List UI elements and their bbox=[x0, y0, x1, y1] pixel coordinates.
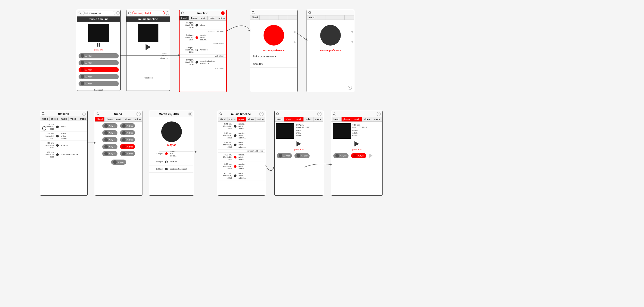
search-bar-9: music timeline ✕ bbox=[218, 111, 265, 117]
play-btn-11[interactable] bbox=[354, 141, 359, 146]
fp-7-10[interactable]: A. tylor bbox=[111, 160, 126, 165]
tab-article-11[interactable]: article bbox=[372, 117, 382, 121]
tab-music-9[interactable]: music bbox=[237, 117, 247, 121]
tab-music-10[interactable]: music bbox=[294, 117, 304, 121]
tab-bar-11: friend photos music video article bbox=[331, 117, 382, 122]
tab-article-3[interactable]: article bbox=[217, 16, 226, 20]
tab-video-10[interactable]: video bbox=[304, 117, 313, 121]
screen-music-timeline-pause: music timeline pass it to pass it to A. … bbox=[77, 10, 121, 91]
tab-article-7[interactable]: article bbox=[133, 117, 142, 121]
tab-photos-3[interactable]: photos bbox=[189, 16, 198, 20]
tab-music-6[interactable]: music bbox=[59, 117, 69, 121]
search-bar-8: March 26, 2016 ✕ bbox=[149, 111, 194, 117]
tl-between-3-3: cycle 25 min bbox=[180, 67, 226, 70]
tab-video-9[interactable]: video bbox=[246, 117, 256, 121]
tab-5c[interactable] bbox=[326, 15, 335, 20]
tab-video-7[interactable]: video bbox=[123, 117, 133, 121]
tl-row-8-0: 7:00 pm music.artist..album... bbox=[149, 149, 194, 158]
tab-friend-6[interactable]: friend bbox=[40, 117, 50, 121]
search-action-btn-2[interactable] bbox=[166, 11, 169, 15]
friend-pill-1-4[interactable]: A. tylor bbox=[79, 81, 119, 86]
tab-friend-10[interactable]: friend bbox=[275, 117, 284, 121]
svg-line-21 bbox=[298, 33, 307, 40]
friend-pill-1-2[interactable]: A. tylor bbox=[79, 67, 119, 72]
friend-pill-1-0[interactable]: A. tylor bbox=[79, 53, 119, 58]
play-btn-10[interactable] bbox=[296, 141, 301, 146]
tab-bar-4: friend bbox=[250, 15, 297, 20]
tab-friend-7[interactable]: friend bbox=[95, 117, 105, 121]
fp-7-9[interactable]: A. tylor bbox=[120, 151, 135, 156]
search-input-2[interactable] bbox=[132, 11, 165, 15]
tab-photos-9[interactable]: photos bbox=[227, 117, 237, 121]
fp-7-2[interactable]: A. tylor bbox=[102, 130, 117, 135]
tab-friend-11[interactable]: friend bbox=[331, 117, 342, 121]
friend-pill-1-1[interactable]: A. tylor bbox=[79, 60, 119, 65]
tab-music-7[interactable]: music bbox=[114, 117, 124, 121]
friend-pill-1-3[interactable]: A. tylor bbox=[79, 74, 119, 79]
fp-7-0[interactable]: A. tylor bbox=[102, 123, 117, 128]
tab-m-4[interactable] bbox=[269, 15, 279, 20]
tl-row-8-2: 6:00 pm posts on Facebook bbox=[149, 165, 194, 173]
fp-7-5[interactable]: A. tylor bbox=[120, 137, 135, 142]
close-btn-5[interactable]: ✕ bbox=[348, 86, 352, 90]
tl-row-6-1: 7:00 pm,March 26, 2016 music.artist..alb… bbox=[40, 131, 87, 141]
pass-friend-11-1[interactable]: A. tylor bbox=[351, 153, 366, 158]
tab-photos-10[interactable]: photos bbox=[284, 117, 294, 121]
close-btn-11[interactable]: ✕ bbox=[377, 112, 381, 116]
svg-point-8 bbox=[309, 11, 311, 13]
close-btn-7[interactable]: ✕ bbox=[137, 112, 141, 116]
tab-video-6[interactable]: video bbox=[69, 117, 78, 121]
tab-friend-9[interactable]: friend bbox=[218, 117, 227, 121]
fp-7-6[interactable]: A. tylor bbox=[102, 144, 117, 149]
tab-a-4[interactable] bbox=[288, 15, 297, 20]
tab-bar-10: friend photos music video article bbox=[275, 117, 323, 122]
search-input-1[interactable] bbox=[83, 11, 115, 15]
next-btn-11[interactable] bbox=[369, 154, 372, 158]
tab-photos-4[interactable] bbox=[260, 15, 269, 20]
tab-photos-11[interactable]: photos bbox=[342, 117, 352, 121]
circle-btn-6[interactable] bbox=[82, 112, 86, 116]
tab-friend-5[interactable]: friend bbox=[307, 15, 316, 20]
screen7-title: friend bbox=[101, 112, 135, 116]
fp-7-7[interactable]: A. tylor bbox=[120, 144, 135, 149]
tab-friend-3[interactable]: friend bbox=[180, 16, 189, 20]
tab-article-10[interactable]: article bbox=[313, 117, 323, 121]
tab-5e[interactable] bbox=[345, 15, 354, 20]
tab-photos-6[interactable]: photos bbox=[50, 117, 59, 121]
tab-video-3[interactable]: video bbox=[208, 16, 217, 20]
close-btn-9[interactable]: ✕ bbox=[259, 112, 264, 116]
tab-article-9[interactable]: article bbox=[256, 117, 265, 121]
pass-friend-10-1[interactable]: A. tylor bbox=[294, 153, 310, 158]
screen9-title: music timeline bbox=[224, 112, 258, 116]
pass-friend-11-0[interactable]: A. tylor bbox=[333, 153, 349, 158]
close-btn-10[interactable]: ✕ bbox=[317, 112, 321, 116]
tab-video-11[interactable]: video bbox=[362, 117, 372, 121]
tab-article-6[interactable]: article bbox=[78, 117, 87, 121]
screen-music-detail-pass: ✕ friend photos music video article 6:57… bbox=[274, 111, 323, 196]
fp-7-4[interactable]: A. tylor bbox=[102, 137, 117, 142]
fp-7-3[interactable]: A. tylor bbox=[120, 130, 135, 135]
album-art-10 bbox=[276, 123, 294, 139]
tab-5d[interactable] bbox=[335, 15, 345, 20]
play-controls-2[interactable] bbox=[126, 42, 170, 52]
tab-friend-4[interactable]: friend bbox=[250, 15, 260, 20]
tab-v-4[interactable] bbox=[278, 15, 288, 20]
search-action-btn-1[interactable] bbox=[116, 11, 120, 15]
tab-music-3[interactable]: music bbox=[198, 16, 208, 20]
fp-7-1[interactable]: A. tylor bbox=[120, 123, 135, 128]
security-item[interactable]: security bbox=[250, 60, 297, 68]
fp-7-8[interactable]: A. tylor bbox=[102, 151, 117, 156]
close-btn-8[interactable]: ✕ bbox=[188, 112, 192, 116]
tl-row-3-0: 7:18 pm,March 26, 2016 photo bbox=[180, 21, 226, 30]
tl-row-6-2: 6:58 pm,March 26, 2016 Youtube bbox=[40, 141, 87, 150]
pause-controls-1[interactable] bbox=[77, 42, 120, 48]
tab-5b[interactable] bbox=[316, 15, 326, 20]
m-label-5: M bbox=[351, 31, 353, 33]
tab-music-11[interactable]: music bbox=[352, 117, 362, 121]
svg-line-1 bbox=[81, 14, 81, 14]
footer-1: Facebook bbox=[77, 88, 120, 91]
svg-line-11 bbox=[44, 114, 45, 115]
link-social-item[interactable]: link social network bbox=[250, 53, 297, 60]
pass-friend-10-0[interactable]: A. tylor bbox=[277, 153, 292, 158]
tab-photos-7[interactable]: photos bbox=[105, 117, 114, 121]
